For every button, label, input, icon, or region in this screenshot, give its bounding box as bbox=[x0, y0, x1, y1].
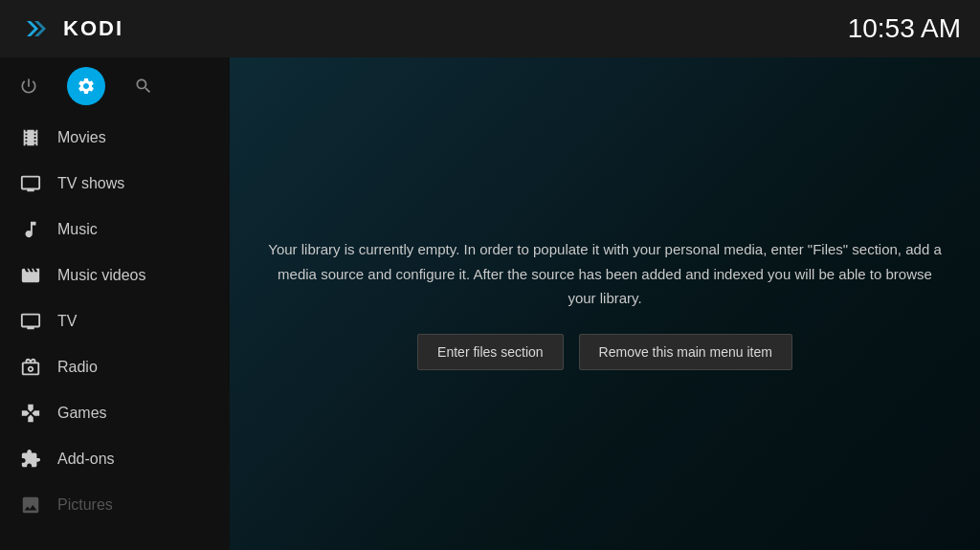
header: KODI 10:53 AM bbox=[0, 0, 980, 57]
pictures-icon bbox=[19, 494, 42, 517]
addons-icon bbox=[19, 448, 42, 471]
radio-label: Radio bbox=[57, 359, 98, 376]
games-icon bbox=[19, 402, 42, 425]
radio-icon bbox=[19, 356, 42, 379]
enter-files-button[interactable]: Enter files section bbox=[417, 334, 564, 370]
kodi-logo-icon bbox=[19, 11, 54, 46]
power-button[interactable] bbox=[10, 67, 48, 105]
sidebar-item-music[interactable]: Music bbox=[0, 207, 230, 253]
musicvideos-icon bbox=[19, 264, 42, 287]
sidebar-item-radio[interactable]: Radio bbox=[0, 344, 230, 390]
logo-area: KODI bbox=[19, 11, 123, 46]
action-buttons: Enter files section Remove this main men… bbox=[268, 334, 942, 370]
sidebar-item-pictures[interactable]: Pictures bbox=[0, 482, 230, 528]
content-area: Your library is currently empty. In orde… bbox=[230, 57, 980, 550]
movies-icon bbox=[19, 126, 42, 149]
pictures-label: Pictures bbox=[57, 496, 113, 514]
tv-icon bbox=[19, 310, 42, 333]
sidebar: Movies TV shows Music Music videos TV bbox=[0, 57, 230, 550]
empty-library-message: Your library is currently empty. In orde… bbox=[268, 237, 942, 311]
tvshows-icon bbox=[19, 172, 42, 195]
clock: 10:53 AM bbox=[848, 13, 961, 44]
music-icon bbox=[19, 218, 42, 241]
movies-label: Movies bbox=[57, 129, 106, 146]
settings-button[interactable] bbox=[67, 67, 105, 105]
games-label: Games bbox=[57, 405, 107, 422]
musicvideos-label: Music videos bbox=[57, 267, 145, 284]
sidebar-item-games[interactable]: Games bbox=[0, 390, 230, 436]
tvshows-label: TV shows bbox=[57, 175, 124, 192]
sidebar-item-musicvideos[interactable]: Music videos bbox=[0, 253, 230, 298]
remove-menu-item-button[interactable]: Remove this main menu item bbox=[579, 334, 792, 370]
app-title: KODI bbox=[63, 16, 123, 41]
sidebar-item-tvshows[interactable]: TV shows bbox=[0, 161, 230, 207]
search-button[interactable] bbox=[124, 67, 163, 105]
sidebar-item-movies[interactable]: Movies bbox=[0, 115, 230, 161]
main-layout: Movies TV shows Music Music videos TV bbox=[0, 57, 980, 550]
sidebar-item-addons[interactable]: Add-ons bbox=[0, 436, 230, 482]
music-label: Music bbox=[57, 221, 98, 238]
sidebar-item-tv[interactable]: TV bbox=[0, 298, 230, 344]
tv-label: TV bbox=[57, 313, 77, 330]
addons-label: Add-ons bbox=[57, 451, 115, 468]
toolbar bbox=[0, 57, 230, 115]
empty-library-panel: Your library is currently empty. In orde… bbox=[268, 237, 942, 370]
